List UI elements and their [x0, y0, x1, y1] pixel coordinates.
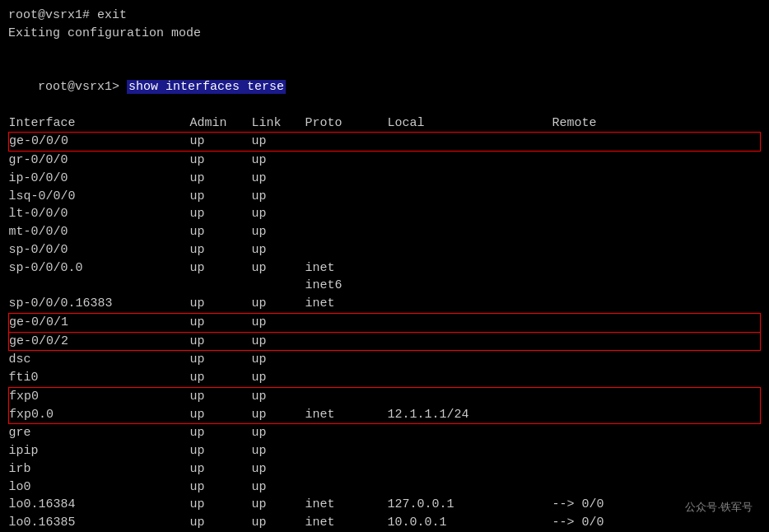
table-row: ge-0/0/0upup	[9, 133, 761, 152]
table-row: lo0.16385upupinet10.0.0.1--> 0/0	[9, 514, 761, 532]
table-row: lt-0/0/0upup	[9, 205, 761, 223]
table-row: irbupup	[9, 460, 761, 478]
table-row: ipipupup	[9, 442, 761, 460]
table-row: lsq-0/0/0upup	[9, 188, 761, 206]
table-header: Interface Admin Link Proto Local Remote	[9, 114, 761, 133]
prompt-text: root@vsrx1>	[38, 80, 127, 94]
interfaces-table: Interface Admin Link Proto Local Remote …	[8, 114, 761, 533]
header-link: Link	[252, 114, 305, 133]
table-row: mt-0/0/0upup	[9, 223, 761, 241]
terminal: root@vsrx1# exit Exiting configuration m…	[8, 7, 761, 532]
blank-line	[8, 43, 761, 61]
table-row: sp-0/0/0upup	[9, 241, 761, 259]
header-remote: Remote	[552, 114, 761, 133]
table-row: fxp0upup	[9, 387, 761, 405]
header-local: Local	[388, 114, 552, 133]
table-row: fti0upup	[9, 369, 761, 387]
table-row: sp-0/0/0.16383upupinet	[9, 295, 761, 313]
table-row: ge-0/0/1upup	[9, 313, 761, 332]
table-row: lo0.16384upupinet127.0.0.1--> 0/0	[9, 496, 761, 514]
table-row: sp-0/0/0.0upupinet	[9, 259, 761, 278]
table-row: fxp0.0upupinet12.1.1.1/24	[9, 406, 761, 424]
command-text: show interfaces terse	[127, 80, 286, 94]
table-row: dscupup	[9, 351, 761, 369]
exit-message: Exiting configuration mode	[8, 25, 761, 43]
table-row: inet6	[9, 277, 761, 295]
table-row: lo0upup	[9, 478, 761, 497]
header-iface: Interface	[9, 114, 190, 133]
header-proto: Proto	[305, 114, 388, 133]
exit-line: root@vsrx1# exit	[8, 7, 761, 25]
header-admin: Admin	[190, 114, 252, 133]
table-row: ge-0/0/2upup	[9, 332, 761, 351]
table-row: gr-0/0/0upup	[9, 152, 761, 170]
table-row: ip-0/0/0upup	[9, 170, 761, 188]
watermark-text: 公众号·铁军号	[685, 500, 753, 516]
table-row: greupup	[9, 424, 761, 442]
command-line: root@vsrx1> show interfaces terse	[8, 60, 761, 114]
